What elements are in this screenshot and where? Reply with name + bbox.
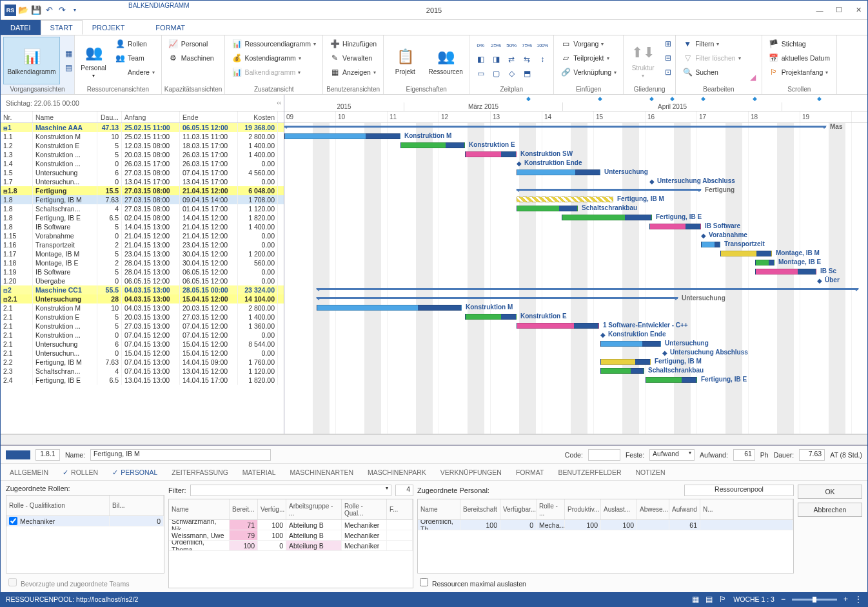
detail-code-input[interactable] bbox=[588, 449, 620, 461]
assign-grid[interactable]: NameBereitschaftVerfügbar...Rolle - ...P… bbox=[417, 499, 794, 573]
rb-andere[interactable]: Andere bbox=[111, 65, 159, 79]
rb-teilprojekt[interactable]: ▱Teilprojekt bbox=[557, 51, 620, 65]
close-button[interactable]: ✕ bbox=[849, 4, 867, 17]
grid-row[interactable]: 2.1Untersuchung2804.03.15 13:0015.04.15 … bbox=[1, 294, 284, 304]
rb-kap-maschinen[interactable]: ⚙Maschinen bbox=[164, 51, 218, 65]
grid-row[interactable]: 1.15Vorabnahme021.04.15 12:0021.04.15 12… bbox=[1, 231, 284, 240]
qat-dropdown-icon[interactable]: ▾ bbox=[69, 5, 81, 16]
sb-more-icon[interactable]: ⋮ bbox=[854, 595, 862, 604]
grid-row[interactable]: 1.18Montage, IB E228.04.15 13:0030.04.15… bbox=[1, 258, 284, 267]
rb-projektanfang[interactable]: 🏳Projektanfang bbox=[765, 65, 834, 79]
zp-k1[interactable]: ▭ bbox=[473, 66, 488, 81]
undo-icon[interactable]: ↶ bbox=[43, 5, 55, 16]
grid-row[interactable]: 2.4Fertigung, IB E6.513.04.15 13:0014.04… bbox=[1, 376, 284, 385]
detail-aufwand-input[interactable]: 61 bbox=[733, 449, 755, 461]
zoom-in-icon[interactable]: + bbox=[843, 595, 848, 604]
grid-row[interactable]: 1.8Fertigung15.527.03.15 08:0021.04.15 1… bbox=[1, 186, 284, 195]
chart-pane[interactable]: ◆◆◆◆◆◆◆ 2015 März 2015 April 2015 091011… bbox=[284, 95, 867, 434]
dtab-material[interactable]: MATERIAL bbox=[241, 466, 277, 479]
rb-filter-loeschen[interactable]: ▽Filter löschen bbox=[678, 51, 744, 65]
menu-datei[interactable]: DATEI bbox=[1, 20, 41, 35]
rb-struktur[interactable]: ⬆⬇Struktur▾ bbox=[626, 37, 660, 84]
rb-filtern[interactable]: ▼Filtern bbox=[678, 37, 744, 51]
dtab-rollen[interactable]: ✓ROLLEN bbox=[61, 466, 99, 479]
rb-rollen[interactable]: 👤Rollen bbox=[111, 37, 159, 51]
avail-grid[interactable]: NameBereit...Verfüg...Arbeitsgruppe - ..… bbox=[168, 499, 413, 588]
grid-row[interactable]: 1.3Konstruktion ...520.03.15 08:0026.03.… bbox=[1, 150, 284, 159]
rb-projekt[interactable]: 📋Projekt bbox=[386, 37, 424, 84]
rb-aktuelles-datum[interactable]: 📅aktuelles Datum bbox=[765, 51, 834, 65]
zoom-slider[interactable] bbox=[792, 599, 837, 601]
menu-projekt[interactable]: PROJEKT bbox=[83, 20, 135, 35]
zp-k2[interactable]: ▢ bbox=[489, 66, 503, 81]
grid-row[interactable]: 1.4Konstruktion ...026.03.15 17:0026.03.… bbox=[1, 159, 284, 168]
grid-row[interactable]: 1.7Untersuchun...013.04.15 17:0013.04.15… bbox=[1, 177, 284, 186]
rb-stichtag[interactable]: 🏴Stichtag bbox=[765, 37, 834, 51]
gl-i1[interactable]: ⊞ bbox=[661, 37, 675, 51]
grid-row[interactable]: 2.1Untersuchung607.04.15 13:0015.04.15 1… bbox=[1, 340, 284, 349]
zp-k4[interactable]: ⬒ bbox=[520, 66, 534, 81]
rb-personal[interactable]: 👥 Personal▾ bbox=[77, 37, 110, 84]
zp-i2[interactable]: 25% bbox=[489, 38, 503, 52]
rb-ressdiag[interactable]: 📊Ressourcendiagramm bbox=[228, 37, 320, 51]
dtab-format[interactable]: FORMAT bbox=[515, 466, 546, 479]
ressourcenpool-button[interactable]: Ressourcenpool bbox=[684, 485, 794, 496]
zp-j4[interactable]: ⇆ bbox=[520, 52, 534, 66]
zp-k3[interactable]: ◇ bbox=[504, 66, 518, 81]
grid-row[interactable]: 2.1Konstruktion ...007.04.15 12:0007.04.… bbox=[1, 331, 284, 340]
grid-row[interactable]: 1.17Montage, IB M523.04.15 13:0030.04.15… bbox=[1, 249, 284, 258]
grid-row[interactable]: 2.1Konstruktion ...527.03.15 13:0007.04.… bbox=[1, 322, 284, 331]
zoom-out-icon[interactable]: − bbox=[781, 595, 785, 604]
rb-kostdiag[interactable]: 💰Kostendiagramm bbox=[228, 51, 320, 65]
rb-balkendiagramm[interactable]: 📊 Balkendiagramm bbox=[3, 37, 60, 84]
detail-feste-select[interactable]: Aufwand ▾ bbox=[649, 449, 695, 461]
view-icon-2[interactable]: ▤ bbox=[61, 61, 75, 75]
grid-row[interactable]: 1.2Konstruktion E512.03.15 08:0018.03.15… bbox=[1, 141, 284, 150]
rb-hinzufuegen[interactable]: ➕Hinzufügen bbox=[326, 37, 380, 51]
gl-i3[interactable]: ⊡ bbox=[661, 65, 675, 79]
dtab-allgemein[interactable]: ALLGEMEIN bbox=[8, 466, 50, 479]
max-auslasten-checkbox[interactable] bbox=[420, 578, 428, 586]
dtab-personal[interactable]: ✓PERSONAL bbox=[111, 466, 159, 479]
zp-i4[interactable]: 75% bbox=[520, 38, 534, 52]
cancel-button[interactable]: Abbrechen bbox=[798, 503, 862, 517]
zp-j3[interactable]: ⇄ bbox=[504, 52, 518, 66]
grid-row[interactable]: 1.5Untersuchung627.03.15 08:0007.04.15 1… bbox=[1, 168, 284, 177]
dtab-benutzerfelder[interactable]: BENUTZERFELDER bbox=[557, 466, 622, 479]
zp-i1[interactable]: 0% bbox=[473, 38, 488, 52]
ok-button[interactable]: OK bbox=[798, 485, 862, 499]
open-icon[interactable]: 📂 bbox=[17, 5, 29, 16]
filter-select[interactable]: ▾ bbox=[190, 485, 392, 496]
save-icon[interactable]: 💾 bbox=[30, 5, 42, 16]
horizontal-scrollbar[interactable] bbox=[1, 434, 867, 445]
zp-j2[interactable]: ◨ bbox=[489, 52, 503, 66]
rb-verknuepfung[interactable]: 🔗Verknüpfung bbox=[557, 65, 620, 79]
grid-row[interactable]: 1.19IB Software528.04.15 13:0006.05.15 1… bbox=[1, 267, 284, 276]
sb-icon-2[interactable]: ▤ bbox=[705, 595, 713, 604]
grid-row[interactable]: 2Maschine CC155.504.03.15 13:0028.05.15 … bbox=[1, 285, 284, 294]
eraser-icon[interactable]: ◢ bbox=[746, 70, 760, 84]
grid-row[interactable]: 1.1Konstruktion M1025.02.15 11:0011.03.1… bbox=[1, 132, 284, 141]
gl-i2[interactable]: ⊟ bbox=[661, 51, 675, 65]
grid-row[interactable]: 2.1Untersuchun...015.04.15 12:0015.04.15… bbox=[1, 349, 284, 358]
collapse-grid-icon[interactable]: ‹‹ bbox=[277, 99, 281, 106]
zp-j5[interactable]: ↕ bbox=[535, 52, 549, 66]
detail-dauer-input[interactable]: 7.63 bbox=[799, 449, 825, 461]
grid-row[interactable]: 2.1Konstruktion E520.03.15 13:0027.03.15… bbox=[1, 313, 284, 322]
rb-vorgang[interactable]: ▭Vorgang bbox=[557, 37, 620, 51]
grid-row[interactable]: 2.1Konstruktion M1004.03.15 13:0020.03.1… bbox=[1, 304, 284, 313]
dtab-notizen[interactable]: NOTIZEN bbox=[634, 466, 666, 479]
dtab-maschinenpark[interactable]: MASCHINENPARK bbox=[366, 466, 428, 479]
rb-anzeigen[interactable]: ▦Anzeigen bbox=[326, 65, 380, 79]
rb-ressourcen[interactable]: 👥Ressourcen bbox=[425, 37, 466, 84]
grid-row[interactable]: 1.20Übergabe006.05.15 12:0006.05.15 12:0… bbox=[1, 276, 284, 285]
menu-format[interactable]: FORMAT bbox=[146, 20, 195, 35]
zp-i3[interactable]: 50% bbox=[504, 38, 518, 52]
grid-row[interactable]: 1.16Transportzeit221.04.15 13:0023.04.15… bbox=[1, 240, 284, 249]
dtab-maschinenarten[interactable]: MASCHINENARTEN bbox=[289, 466, 355, 479]
grid-row[interactable]: 2.2Fertigung, IB M7.6307.04.15 13:0014.0… bbox=[1, 358, 284, 367]
grid-row[interactable]: 1.8Fertigung, IB M7.6327.03.15 08:0009.0… bbox=[1, 195, 284, 204]
rb-verwalten[interactable]: ✎Verwalten bbox=[326, 51, 380, 65]
sb-icon-3[interactable]: 🏳 bbox=[719, 595, 727, 604]
grid-row[interactable]: 1.8IB Software514.04.15 13:0021.04.15 12… bbox=[1, 222, 284, 231]
